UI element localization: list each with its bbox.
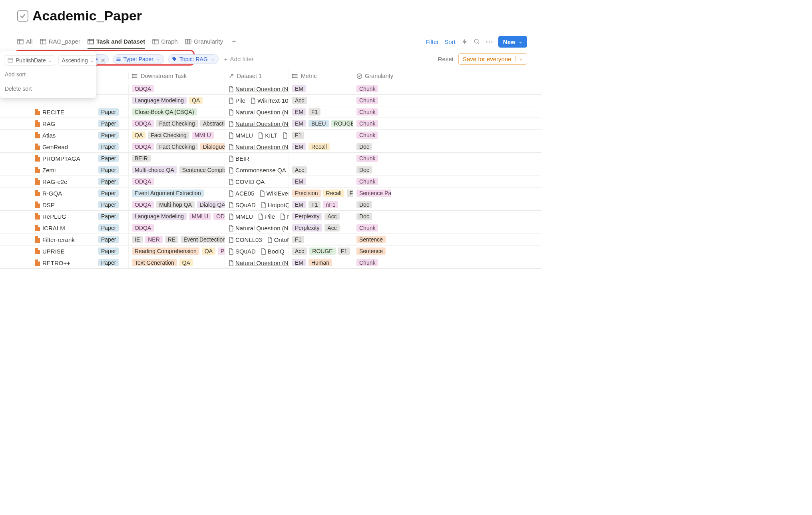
tag[interactable]: Doc (356, 166, 372, 174)
tag[interactable]: EM (292, 85, 306, 92)
cell-downstream-task[interactable]: Close-Book QA (CBQA) (129, 106, 225, 118)
tag[interactable]: Paper (98, 132, 119, 139)
cell-downstream-task[interactable]: BEIR (129, 153, 225, 164)
tag[interactable]: EM (292, 201, 306, 208)
table-row[interactable]: ZemiPaperMulti-choice QA Sentence Comple… (0, 164, 541, 176)
cell-dataset1[interactable]: Natural Question (NQ) (225, 107, 289, 118)
cell-metric[interactable]: EM F1 nF1 (289, 199, 353, 210)
tag[interactable]: ODQA (132, 224, 154, 232)
dataset-link[interactable]: COVID QA (228, 178, 265, 185)
sort-link[interactable]: Sort (444, 38, 456, 45)
tag[interactable]: ODQA (213, 213, 225, 220)
cell-type[interactable]: Paper (95, 188, 129, 199)
dataset-link[interactable]: WikiText-103 (250, 97, 289, 104)
cell-downstream-task[interactable]: ODQA (129, 176, 225, 187)
tag[interactable]: EM (292, 178, 306, 185)
column-header-granularity[interactable]: Granularity (353, 69, 391, 83)
tag[interactable]: Paper (98, 248, 119, 255)
tag[interactable]: nF1 (323, 201, 338, 208)
cell-downstream-task[interactable]: ODQA Fact Checking Dialogue Genera (129, 141, 225, 152)
cell-metric[interactable]: EM BLEU ROUGE (289, 118, 353, 129)
tag[interactable]: MMLU (192, 132, 214, 139)
tag[interactable]: Dialog QA (197, 201, 225, 208)
tag[interactable]: Paper (98, 224, 119, 232)
cell-downstream-task[interactable]: IE NER RE Event Dectection(ED) (129, 234, 225, 245)
table-row[interactable]: PROMPTAGAPaperBEIRBEIRChunk (0, 153, 541, 164)
cell-dataset1[interactable]: CONLL03OntoNotes (225, 234, 289, 245)
cell-name[interactable]: Filter-rerank (31, 234, 95, 245)
cell-dataset1[interactable]: BEIR (225, 153, 289, 164)
tag[interactable]: QA (189, 97, 203, 104)
cell-granularity[interactable]: Chunk (353, 95, 391, 106)
table-row[interactable]: UPRISEPaperReading Comprehension QA Para… (0, 246, 541, 257)
tag[interactable]: Doc (356, 201, 372, 208)
table-row[interactable]: DSPPaperODQA Multi-hop QA Dialog QASQuAD… (0, 199, 541, 211)
dataset-link[interactable]: Natural Question (NQ) (228, 120, 289, 127)
tag[interactable]: ODQA (132, 85, 154, 92)
cell-downstream-task[interactable]: Multi-choice QA Sentence Completion (129, 164, 225, 176)
cell-metric[interactable] (289, 153, 353, 164)
dataset-link[interactable]: CONLL03 (228, 236, 262, 243)
reset-button[interactable]: Reset (438, 56, 454, 62)
tag[interactable]: Text Generation (132, 259, 177, 266)
dataset-link[interactable]: OntoNotes (267, 236, 289, 243)
tab-task-and-dataset[interactable]: Task and Dataset (88, 35, 145, 49)
cell-type[interactable]: Paper (95, 118, 129, 129)
cell-granularity[interactable]: Doc (353, 199, 391, 210)
tab-rag-paper[interactable]: RAG_paper (40, 35, 80, 49)
page-title[interactable]: Academic_Paper (32, 8, 142, 24)
cell-metric[interactable]: Acc (289, 95, 353, 106)
table-row[interactable]: RETRO++PaperText Generation QANatural Qu… (0, 257, 541, 269)
close-icon[interactable]: ✕ (100, 57, 105, 64)
cell-name[interactable]: R-GQA (31, 188, 95, 199)
tag[interactable]: BEIR (132, 155, 151, 162)
save-for-everyone-button[interactable]: Save for everyone ⌄ (458, 53, 527, 65)
dataset-link[interactable]: KILT (258, 132, 277, 139)
cell-name[interactable]: Atlas (31, 130, 95, 141)
table-row[interactable]: RePLUGPaperLanguage Modeling MMLU ODQAMM… (0, 211, 541, 222)
tag[interactable]: MMLU (189, 213, 211, 220)
cell-type[interactable]: Paper (95, 234, 129, 245)
tag[interactable]: Sentence Completion (179, 166, 225, 174)
tag[interactable]: F1 (308, 201, 320, 208)
cell-metric[interactable]: EM Recall (289, 141, 353, 152)
tag[interactable]: ODQA (132, 178, 154, 185)
cell-metric[interactable]: EM (289, 83, 353, 94)
dataset-link[interactable]: MMLU (228, 213, 253, 220)
cell-name[interactable]: PROMPTAGA (31, 153, 95, 164)
cell-downstream-task[interactable]: Text Generation QA (129, 257, 225, 268)
table-row[interactable]: ICRALMPaperODQANatural Question (NQ)Perp… (0, 222, 541, 234)
cell-metric[interactable]: Perplexity Acc (289, 222, 353, 234)
tag[interactable]: Paper (98, 201, 119, 208)
cell-downstream-task[interactable]: ODQA (129, 222, 225, 234)
tag[interactable]: Acc (324, 213, 339, 220)
dataset-link[interactable]: Natural Question (NQ) (228, 144, 289, 150)
tag[interactable]: Precision (292, 190, 321, 197)
tag[interactable]: Recall (308, 143, 330, 150)
table-row[interactable]: Filter-rerankPaperIE NER RE Event Dectec… (0, 234, 541, 246)
tag[interactable]: ODQA (132, 201, 154, 208)
tag[interactable]: ODQA (132, 120, 154, 127)
dataset-link[interactable]: Natural Question (NQ) (228, 109, 289, 116)
cell-name[interactable]: DSP (31, 200, 95, 210)
tag[interactable]: Paper (98, 259, 119, 266)
cell-name[interactable]: GenRead (31, 142, 95, 152)
filter-link[interactable]: Filter (426, 38, 439, 45)
cell-dataset1[interactable]: Natural Question (NQ) (225, 142, 289, 152)
cell-metric[interactable]: Acc ROUGE F1 (289, 246, 353, 257)
cell-name[interactable]: ICRALM (31, 223, 95, 234)
cell-type[interactable]: Paper (95, 130, 129, 141)
cell-name[interactable]: RAG (31, 118, 95, 129)
cell-granularity[interactable]: Chunk (353, 83, 391, 94)
tag[interactable]: F1 (308, 108, 320, 116)
dataset-link[interactable]: Natural Question (NQ) (228, 86, 289, 92)
cell-granularity[interactable]: Chunk (353, 176, 391, 187)
tag[interactable]: Acc (324, 224, 339, 232)
new-button[interactable]: New ⌄ (498, 36, 527, 48)
tag[interactable]: Doc (356, 143, 372, 150)
tag[interactable]: Paper (98, 236, 119, 243)
cell-granularity[interactable]: Chunk (353, 222, 391, 234)
tag[interactable]: Chunk (356, 178, 378, 185)
tag[interactable]: IE (132, 236, 143, 243)
cell-downstream-task[interactable]: QA Fact Checking MMLU (129, 130, 225, 141)
